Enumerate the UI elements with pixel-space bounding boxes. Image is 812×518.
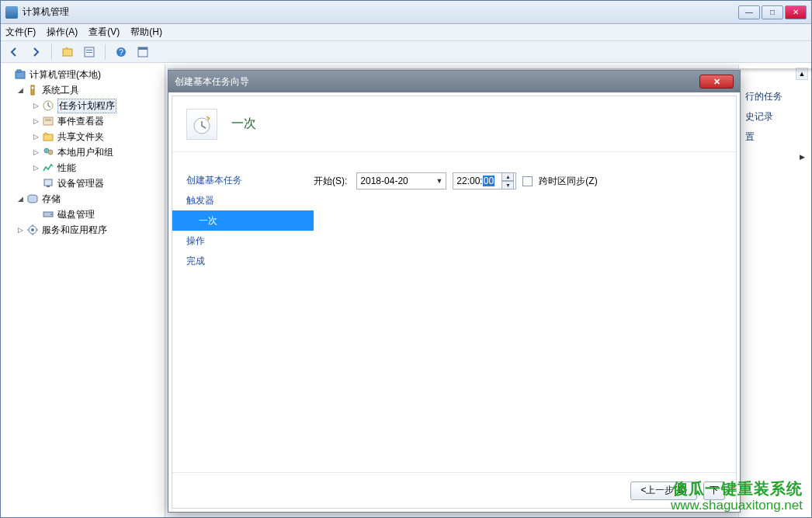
spin-down-icon[interactable]: ▼ <box>501 181 514 189</box>
start-date-input[interactable]: 2018-04-20 ▼ <box>356 172 446 189</box>
nav-once[interactable]: 一次 <box>172 210 314 231</box>
tree-system-tools[interactable]: ◢系统工具 <box>1 82 165 98</box>
toolbar-separator <box>51 44 52 60</box>
nav-action[interactable]: 操作 <box>172 231 314 251</box>
sync-timezone-checkbox[interactable] <box>522 176 533 186</box>
spin-up-icon[interactable]: ▲ <box>501 172 514 181</box>
watermark-line2: www.shaguaxitong.net <box>671 498 803 513</box>
dialog-close-button[interactable]: ✕ <box>699 75 734 89</box>
menu-help[interactable]: 帮助(H) <box>130 26 162 39</box>
menu-file[interactable]: 文件(F) <box>5 26 36 39</box>
tree-storage[interactable]: ◢存储 <box>1 191 165 207</box>
menu-view[interactable]: 查看(V) <box>88 26 120 39</box>
close-button[interactable]: ✕ <box>785 5 807 19</box>
toolbar: ? <box>1 41 811 63</box>
nav-trigger[interactable]: 触发器 <box>172 190 314 210</box>
back-button[interactable] <box>5 43 23 61</box>
dialog-content: 创建基本任务 触发器 一次 操作 完成 开始(S): 2018-04-20 ▼ … <box>172 153 736 471</box>
menu-action[interactable]: 操作(A) <box>47 26 78 39</box>
minimize-button[interactable]: — <box>738 5 760 19</box>
navigation-tree: 计算机管理(本地) ◢系统工具 ▷任务计划程序 ▷事件查看器 ▷共享文件夹 ▷本… <box>1 64 165 517</box>
sync-timezone-label: 跨时区同步(Z) <box>539 175 597 188</box>
watermark-line1: 傻瓜一键重装系统 <box>671 479 803 498</box>
svg-point-23 <box>50 214 52 215</box>
tree-performance[interactable]: ▷性能 <box>1 160 165 176</box>
window-title: 计算机管理 <box>23 5 738 19</box>
forward-button[interactable] <box>27 43 44 61</box>
svg-rect-16 <box>43 134 53 141</box>
svg-point-18 <box>48 150 53 155</box>
actions-pane: ▲ 行的任务 史记录 置 ▶ <box>738 64 811 517</box>
tree-local-users[interactable]: ▷本地用户和组 <box>1 144 165 160</box>
svg-point-11 <box>32 87 34 89</box>
maximize-button[interactable]: □ <box>762 5 783 19</box>
tree-disk-management[interactable]: 磁盘管理 <box>1 207 165 222</box>
main-titlebar: 计算机管理 — □ ✕ <box>1 1 811 24</box>
tree-shared-folders[interactable]: ▷共享文件夹 <box>1 129 165 144</box>
properties-button[interactable] <box>81 43 98 61</box>
date-value: 2018-04-20 <box>360 176 408 186</box>
start-time-input[interactable]: 22:00:00 ▲▼ <box>453 172 516 189</box>
svg-rect-19 <box>44 179 52 186</box>
svg-rect-2 <box>86 50 92 50</box>
help-button[interactable]: ? <box>113 43 130 61</box>
svg-rect-20 <box>47 186 50 187</box>
menubar: 文件(F) 操作(A) 查看(V) 帮助(H) <box>1 24 811 41</box>
app-icon <box>5 6 18 19</box>
wizard-nav: 创建基本任务 触发器 一次 操作 完成 <box>172 153 314 471</box>
svg-rect-14 <box>45 119 51 120</box>
nav-create-basic-task[interactable]: 创建基本任务 <box>172 170 314 190</box>
time-seconds-selected: 00 <box>483 176 494 186</box>
window-buttons: — □ ✕ <box>738 5 807 19</box>
dialog-title: 创建基本任务向导 <box>175 75 699 89</box>
tree-event-viewer[interactable]: ▷事件查看器 <box>1 113 165 129</box>
action-history[interactable]: 史记录 <box>745 106 805 127</box>
create-basic-task-wizard: 创建基本任务向导 ✕ 一次 创建基本任务 触发器 一次 操作 完成 开始(S): <box>168 70 741 513</box>
tree-task-scheduler[interactable]: ▷任务计划程序 <box>1 98 165 113</box>
wizard-page: 开始(S): 2018-04-20 ▼ 22:00:00 ▲▼ 跨时区同步(Z) <box>314 153 736 471</box>
start-datetime-row: 开始(S): 2018-04-20 ▼ 22:00:00 ▲▼ 跨时区同步(Z) <box>314 172 727 190</box>
clock-icon <box>186 109 217 140</box>
action-running-tasks[interactable]: 行的任务 <box>745 86 805 106</box>
start-label: 开始(S): <box>314 175 347 188</box>
svg-rect-9 <box>17 70 21 72</box>
svg-point-25 <box>31 228 34 231</box>
svg-text:?: ? <box>119 48 123 57</box>
svg-rect-3 <box>86 52 92 53</box>
time-hhmm: 22:00: <box>456 176 482 186</box>
date-dropdown-icon[interactable]: ▼ <box>435 177 442 185</box>
tree-services-apps[interactable]: ▷服务和应用程序 <box>1 222 165 238</box>
svg-rect-0 <box>63 49 72 56</box>
svg-rect-15 <box>45 120 51 121</box>
nav-finish[interactable]: 完成 <box>172 251 314 271</box>
svg-rect-7 <box>138 47 147 50</box>
dialog-header: 一次 <box>172 96 736 152</box>
view-button[interactable] <box>134 43 151 61</box>
tree-device-manager[interactable]: 设备管理器 <box>1 176 165 191</box>
up-button[interactable] <box>59 43 76 61</box>
time-spinner[interactable]: ▲▼ <box>501 172 514 189</box>
watermark: 傻瓜一键重装系统 www.shaguaxitong.net <box>671 479 803 513</box>
tree-root[interactable]: 计算机管理(本地) <box>1 67 165 82</box>
action-settings[interactable]: 置 <box>745 127 805 147</box>
toolbar-separator-2 <box>105 44 106 60</box>
action-expander[interactable]: ▶ <box>745 147 805 167</box>
dialog-header-title: 一次 <box>231 116 256 132</box>
dialog-body: 一次 创建基本任务 触发器 一次 操作 完成 开始(S): 2018-04-20… <box>172 96 737 509</box>
dialog-titlebar: 创建基本任务向导 ✕ <box>168 71 740 92</box>
dialog-footer: <上一步(B) 下 <box>172 472 736 508</box>
